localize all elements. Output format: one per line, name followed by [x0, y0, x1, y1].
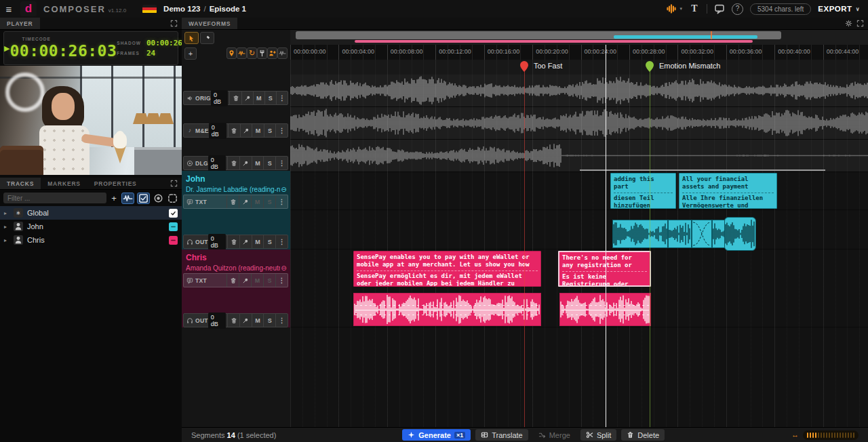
chevron-right-icon[interactable]: ▸ [4, 224, 9, 230]
split-marker-button[interactable] [257, 47, 267, 59]
mute-button[interactable]: M [252, 157, 264, 169]
text-tool-icon[interactable]: T [689, 3, 700, 14]
pin-button[interactable] [239, 235, 252, 248]
expand-icon[interactable] [856, 20, 864, 27]
expand-icon[interactable] [170, 180, 178, 187]
kebab-menu-icon[interactable]: ⋮ [275, 195, 288, 208]
delete-button[interactable]: Delete [621, 429, 665, 441]
razor-tool-button[interactable] [200, 32, 214, 44]
time-ruler[interactable]: 00:00:00:0000:00:04:0000:00:08:0000:00:1… [290, 45, 868, 60]
track-row-global[interactable]: ▸∗Global [0, 206, 182, 220]
pin-button[interactable] [239, 274, 251, 287]
trash-button[interactable] [227, 235, 239, 248]
segment-text[interactable]: adding thispartdiesen Teilhinzufügen [610, 173, 676, 209]
zoom-level-meter[interactable] [803, 430, 859, 440]
trash-button[interactable] [228, 124, 240, 137]
tab-player[interactable]: PLAYER [0, 18, 40, 29]
track-checkbox-checked[interactable] [169, 209, 178, 218]
voice-preset-icon[interactable] [665, 3, 677, 14]
waveform-view-toggle[interactable] [121, 193, 134, 204]
tab-properties[interactable]: PROPERTIES [87, 178, 144, 189]
kebab-menu-icon[interactable]: ⋮ [275, 157, 288, 169]
voice-selector[interactable]: Amanda Quitzon (reading-neutral)⊖ [182, 262, 290, 272]
audio-segment-chris[interactable] [559, 293, 651, 326]
help-icon[interactable]: ? [732, 3, 743, 15]
solo-button[interactable]: S [263, 157, 275, 169]
pin-button[interactable] [240, 124, 252, 137]
split-button[interactable]: Split [580, 429, 616, 441]
expand-icon[interactable] [170, 20, 178, 27]
gain-field[interactable]: 0 dB [208, 313, 226, 329]
timeline-overview-scrollbar[interactable] [290, 30, 868, 45]
segment-text[interactable]: All your financialassets and paymentAlle… [679, 173, 777, 209]
select-tool-button[interactable] [184, 32, 199, 44]
hamburger-menu-icon[interactable]: ≡ [0, 0, 18, 18]
solo-button[interactable]: S [264, 92, 276, 104]
mute-button[interactable]: M [253, 92, 264, 104]
gain-field[interactable]: 0 dB [209, 123, 226, 139]
pin-button[interactable] [239, 314, 252, 327]
voice-preset-caret-icon[interactable]: ▾ [679, 6, 682, 12]
mute-button[interactable]: M [252, 314, 264, 327]
gain-field[interactable]: 0 dB [208, 155, 226, 172]
solo-button[interactable]: S [264, 124, 276, 137]
horizontal-zoom-icon[interactable]: ↔ [791, 430, 800, 439]
trash-button[interactable] [226, 195, 239, 208]
voice-selector[interactable]: Dr. Jasmine Labadie (reading-ne...⊖ [182, 184, 290, 193]
waveform-marker-button[interactable] [237, 47, 247, 59]
video-preview[interactable] [0, 66, 182, 175]
trash-button[interactable] [227, 157, 239, 169]
audio-segment-john[interactable] [724, 217, 756, 251]
track-row-chris[interactable]: ▸Chris [0, 233, 182, 247]
marker-emotion-mismatch[interactable]: Emotion Mismatch [645, 60, 720, 73]
gain-field[interactable]: 0 dB [208, 234, 226, 250]
loop-button[interactable]: ↻ [247, 47, 257, 59]
solo-button[interactable]: S [263, 235, 275, 248]
kebab-menu-icon[interactable]: ⋮ [275, 274, 288, 287]
add-track-button[interactable]: + [109, 193, 119, 203]
audio-segment-john[interactable] [612, 220, 668, 248]
track-checkbox-minus[interactable] [169, 222, 178, 231]
marker-too-fast[interactable]: Too Fast [519, 60, 562, 73]
selection-mode-toggle[interactable] [167, 193, 178, 203]
gear-icon[interactable] [845, 20, 852, 27]
comment-icon[interactable] [714, 3, 725, 14]
add-marker-button[interactable]: + [184, 47, 197, 60]
tab-waveforms[interactable]: WAVEFORMS [182, 18, 237, 29]
track-checkbox-minus[interactable] [169, 236, 178, 245]
wave-overlay-button[interactable] [277, 47, 288, 59]
chevron-right-icon[interactable]: ▸ [4, 237, 9, 243]
pin-button[interactable] [239, 157, 252, 169]
trash-button[interactable] [226, 274, 239, 287]
audio-segment-john[interactable] [668, 220, 692, 248]
checkbox-mode-toggle[interactable] [137, 193, 150, 204]
speaker-assign-button[interactable] [267, 47, 277, 59]
kebab-menu-icon[interactable]: ⋮ [275, 314, 288, 327]
filter-input[interactable] [3, 193, 106, 203]
solo-button[interactable]: S [263, 314, 275, 327]
trash-button[interactable] [229, 92, 241, 104]
kebab-menu-icon[interactable]: ⋮ [275, 235, 288, 248]
solo-mode-toggle[interactable] [153, 193, 164, 203]
chevron-right-icon[interactable]: ▸ [4, 210, 9, 216]
translate-button[interactable]: Translate [475, 429, 528, 441]
segment-text[interactable]: SensePay enables you to pay with any eWa… [353, 251, 541, 287]
gain-field[interactable]: 0 dB [211, 90, 229, 106]
kebab-menu-icon[interactable]: ⋮ [275, 124, 288, 137]
tab-tracks[interactable]: TRACKS [0, 178, 41, 189]
pin-button[interactable] [241, 92, 253, 104]
kebab-menu-icon[interactable]: ⋮ [276, 92, 288, 104]
export-button[interactable]: EXPORT∨ [818, 5, 860, 13]
tab-markers[interactable]: MARKERS [41, 178, 87, 189]
audio-segment-john[interactable] [712, 220, 726, 248]
audio-segment-john[interactable] [692, 220, 712, 248]
pin-marker-button[interactable] [226, 47, 237, 59]
mute-button[interactable]: M [252, 235, 264, 248]
mute-button[interactable]: M [252, 124, 264, 137]
trash-button[interactable] [227, 314, 239, 327]
pin-button[interactable] [239, 195, 251, 208]
segment-text-selected[interactable]: There's no need forany registration orEs… [558, 251, 651, 287]
generate-button[interactable]: Generate×1 [402, 429, 471, 441]
track-row-john[interactable]: ▸John [0, 220, 182, 233]
audio-segment-chris[interactable] [353, 293, 541, 326]
